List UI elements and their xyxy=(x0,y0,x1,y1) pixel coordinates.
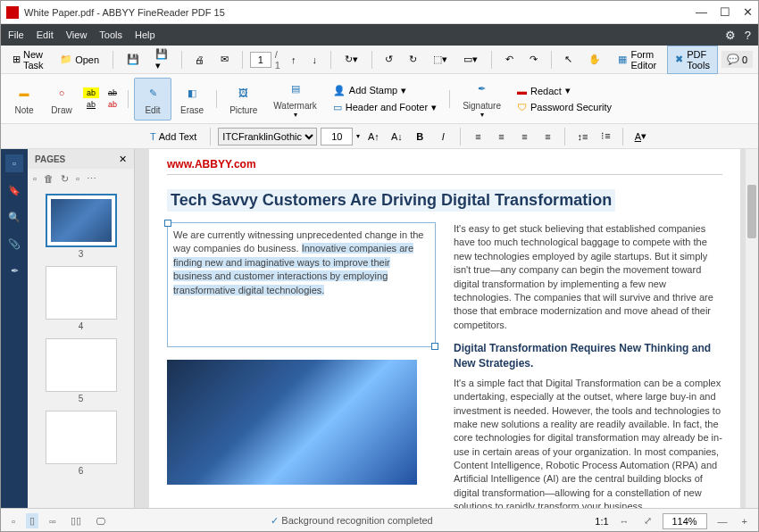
undo-button[interactable]: ↶ xyxy=(499,50,520,69)
thumbnail-6[interactable]: 6 xyxy=(33,411,129,476)
titlebar: White Paper.pdf - ABBYY FineReader PDF 1… xyxy=(1,1,758,24)
attachments-button[interactable]: 📎 xyxy=(5,235,23,253)
rotate-right-button[interactable]: ↻ xyxy=(403,50,423,69)
signatures-button[interactable]: ✒ xyxy=(5,262,23,279)
increase-font-button[interactable]: A↑ xyxy=(363,128,383,145)
bullet-list-button[interactable]: ⁝≡ xyxy=(596,128,615,145)
header-footer-button[interactable]: ▭Header and Footer▾ xyxy=(331,100,438,115)
insert-text-button[interactable]: ab xyxy=(104,99,121,110)
watermark-button[interactable]: ▤Watermark▾ xyxy=(266,78,324,121)
highlight-button[interactable]: ab xyxy=(83,99,99,110)
fullscreen-button[interactable]: 🖵 xyxy=(92,514,109,528)
align-justify-button[interactable]: ≡ xyxy=(538,128,557,145)
help-icon[interactable]: ? xyxy=(745,29,751,42)
maximize-button[interactable]: ☐ xyxy=(720,5,730,19)
delete-page-button[interactable]: 🗑 xyxy=(44,173,54,184)
doc-subheading[interactable]: Digital Transformation Requires New Thin… xyxy=(454,341,722,371)
menu-file[interactable]: File xyxy=(8,29,24,40)
bookmarks-button[interactable]: 🔖 xyxy=(5,181,23,199)
pages-panel-button[interactable]: ▫ xyxy=(5,154,23,172)
italic-button[interactable]: I xyxy=(433,128,453,145)
header-icon: ▭ xyxy=(333,102,342,113)
close-panel-button[interactable]: ✕ xyxy=(119,154,127,165)
page-down-button[interactable]: ↓ xyxy=(306,51,324,69)
hand-button[interactable]: ✋ xyxy=(582,50,607,69)
menu-help[interactable]: Help xyxy=(135,29,155,40)
rotate-page-button[interactable]: ↻ xyxy=(61,173,69,185)
doc-image[interactable] xyxy=(167,360,417,485)
minimize-button[interactable]: — xyxy=(696,5,707,19)
main-toolbar: ⊞New Task 📁Open 💾 💾▾ 🖨 ✉ / 1 ↑ ↓ ↻▾ ↺ ↻ … xyxy=(1,46,758,74)
password-security-button[interactable]: 🛡Password Security xyxy=(515,100,613,114)
draw-button[interactable]: ○Draw xyxy=(44,78,79,121)
edit-button[interactable]: ✎Edit xyxy=(134,78,171,121)
comment-icon: 💬 xyxy=(727,54,739,65)
font-select[interactable]: ITCFranklinGothic xyxy=(218,128,317,145)
picture-button[interactable]: 🖼Picture xyxy=(222,78,264,121)
line-spacing-button[interactable]: ↕≡ xyxy=(572,128,592,145)
font-size-input[interactable] xyxy=(321,128,353,145)
pointer-button[interactable]: ↖ xyxy=(558,50,579,69)
rotate-button[interactable]: ↻▾ xyxy=(338,50,364,69)
selected-textbox[interactable]: We are currently witnessing unprecedente… xyxy=(167,222,436,347)
two-page-button[interactable]: ▫▫ xyxy=(46,514,60,528)
comments-button[interactable]: 💬0 xyxy=(721,51,753,68)
doc-heading[interactable]: Tech Savvy Customers Are Driving Digital… xyxy=(167,189,615,212)
highlight-yellow-button[interactable]: ab xyxy=(83,87,99,98)
bold-button[interactable]: B xyxy=(410,128,430,145)
two-continuous-button[interactable]: ▯▯ xyxy=(67,513,85,528)
zoom-input[interactable] xyxy=(663,513,707,529)
save-as-button[interactable]: 💾▾ xyxy=(149,45,174,75)
menu-tools[interactable]: Tools xyxy=(99,29,122,40)
align-right-button[interactable]: ≡ xyxy=(514,128,534,145)
page-number-input[interactable] xyxy=(250,52,271,68)
left-sidebar: ▫ 🔖 🔍 📎 ✒ xyxy=(1,149,28,508)
rotate-left-button[interactable]: ↺ xyxy=(379,50,399,69)
close-button[interactable]: ✕ xyxy=(743,5,753,19)
zoom-in-button[interactable]: + xyxy=(738,514,751,528)
tools-icon: ✖ xyxy=(675,54,683,65)
menu-view[interactable]: View xyxy=(66,29,88,40)
align-left-button[interactable]: ≡ xyxy=(468,128,488,145)
redact-button[interactable]: ▬Redact▾ xyxy=(515,83,613,98)
thumbnail-3[interactable]: 3 xyxy=(33,194,129,259)
align-center-button[interactable]: ≡ xyxy=(491,128,511,145)
signature-button[interactable]: ✒Signature▾ xyxy=(455,78,508,121)
doc-paragraph[interactable]: It's easy to get stuck believing that es… xyxy=(454,222,722,332)
add-stamp-button[interactable]: 👤Add Stamp▾ xyxy=(331,83,438,98)
fit-page-button[interactable]: ⤢ xyxy=(640,513,655,528)
form-editor-button[interactable]: ▦Form Editor xyxy=(611,46,663,73)
menu-edit[interactable]: Edit xyxy=(37,29,54,40)
document-view[interactable]: www.ABBYY.com Tech Savvy Customers Are D… xyxy=(135,149,758,508)
add-page-button[interactable]: ▫ xyxy=(33,173,37,184)
redo-button[interactable]: ↷ xyxy=(523,50,544,69)
zoom-out-button[interactable]: — xyxy=(714,514,731,528)
fit-width-button[interactable]: ↔ xyxy=(616,514,633,528)
thumbnail-4[interactable]: 4 xyxy=(33,266,129,331)
search-button[interactable]: 🔍 xyxy=(5,208,23,226)
pdf-tools-button[interactable]: ✖PDF Tools xyxy=(667,46,718,74)
erase-button[interactable]: ◧Erase xyxy=(173,78,211,121)
print-button[interactable]: 🖨 xyxy=(188,51,211,69)
add-text-button[interactable]: TAdd Text xyxy=(144,128,203,145)
continuous-button[interactable]: ▯ xyxy=(26,513,38,528)
doc-paragraph[interactable]: It's a simple fact that Digital Transfor… xyxy=(454,377,722,508)
crop-button[interactable]: ⬚▾ xyxy=(427,50,454,69)
open-button[interactable]: 📁Open xyxy=(54,50,105,69)
page-up-button[interactable]: ↑ xyxy=(285,51,303,69)
settings-icon[interactable]: ⚙ xyxy=(725,29,736,42)
more-button[interactable]: ⋯ xyxy=(87,173,96,185)
font-color-button[interactable]: A▾ xyxy=(630,128,650,145)
single-page-button[interactable]: ▫ xyxy=(8,514,19,528)
extract-page-button[interactable]: ▫ xyxy=(76,173,79,184)
note-button[interactable]: ▬Note xyxy=(6,78,42,121)
save-button[interactable]: 💾 xyxy=(121,50,146,69)
new-task-button[interactable]: ⊞New Task xyxy=(6,46,50,74)
thumbnail-5[interactable]: 5 xyxy=(33,338,129,403)
page-tool-button[interactable]: ▭▾ xyxy=(457,50,484,69)
doc-url: www.ABBYY.com xyxy=(167,158,722,170)
email-button[interactable]: ✉ xyxy=(214,50,235,69)
vertical-scrollbar[interactable] xyxy=(746,149,758,508)
decrease-font-button[interactable]: A↓ xyxy=(387,128,406,145)
strikeout-button[interactable]: ab xyxy=(104,87,121,98)
